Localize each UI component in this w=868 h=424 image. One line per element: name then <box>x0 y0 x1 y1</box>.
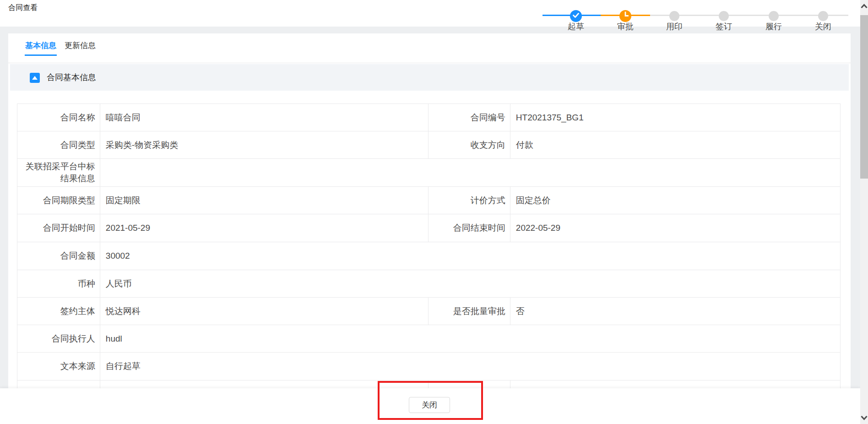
stepper-label-sign: 签订 <box>705 21 742 32</box>
table-row: 签约主体 悦达网科 是否批量审批 否 <box>17 298 840 325</box>
field-value: 采购类-物资采购类 <box>100 131 428 158</box>
page-title: 合同查看 <box>8 3 38 13</box>
tab-bar: 基本信息 更新信息 <box>8 33 851 63</box>
vertical-scrollbar[interactable] <box>860 0 868 424</box>
field-value: 人民币 <box>100 270 840 297</box>
field-label: 合同名称 <box>17 104 100 131</box>
field-value <box>100 381 428 388</box>
field-value: 30002 <box>100 242 840 270</box>
field-label: 收支方向 <box>428 131 510 158</box>
collapse-triangle-icon[interactable] <box>30 73 40 83</box>
field-value <box>100 159 840 186</box>
table-row: 合同类型 采购类-物资采购类 收支方向 付款 <box>17 131 840 159</box>
stepper-label-draft: 起草 <box>558 21 594 32</box>
field-value: 2021-05-29 <box>100 214 428 242</box>
field-value: 嘻嘻合同 <box>100 104 428 131</box>
section-header: 合同基本信息 <box>10 64 849 91</box>
tab-basic-info-label: 基本信息 <box>25 41 56 50</box>
field-label: 合同期限类型 <box>17 187 100 214</box>
contract-info-table: 合同名称 嘻嘻合同 合同编号 HT2021375_BG1 合同类型 采购类-物资… <box>17 103 841 388</box>
field-value: 固定期限 <box>100 187 428 214</box>
footer-bar: 关闭 <box>0 388 860 424</box>
field-label: 币种 <box>17 270 100 297</box>
field-label: 合同类型 <box>17 131 100 158</box>
stepper-step-seal <box>669 11 679 21</box>
field-label <box>17 381 100 388</box>
table-row: 合同执行人 hudl <box>17 325 840 353</box>
table-row: 币种 人民币 <box>17 270 840 298</box>
table-row: 文本来源 自行起草 <box>17 353 840 381</box>
field-label: 文本来源 <box>17 353 100 380</box>
field-value <box>510 381 840 388</box>
stepper-label-approval: 审批 <box>607 21 644 32</box>
field-value: 2022-05-29 <box>510 214 840 242</box>
field-label <box>428 381 510 388</box>
stepper-label-seal: 用印 <box>656 21 693 32</box>
active-tab-underline <box>25 54 57 56</box>
table-row: 关联招采平台中标结果信息 <box>17 159 840 187</box>
field-label: 合同金额 <box>17 242 100 270</box>
field-label: 合同开始时间 <box>17 214 100 242</box>
workflow-stepper: 起草 审批 用印 签订 履行 关闭 <box>540 0 856 33</box>
table-row: 合同金额 30002 <box>17 242 840 270</box>
field-value: 自行起草 <box>100 353 840 380</box>
table-row: 合同期限类型 固定期限 计价方式 固定总价 <box>17 187 840 214</box>
field-value: 固定总价 <box>510 187 840 214</box>
field-label: 计价方式 <box>428 187 510 214</box>
tab-update-info-label: 更新信息 <box>65 41 96 50</box>
contract-detail-card: 基本信息 更新信息 合同基本信息 合同名称 嘻嘻合同 合同编号 HT202137… <box>8 33 851 388</box>
stepper-step-perform <box>769 11 779 21</box>
field-label: 合同执行人 <box>17 325 100 352</box>
field-value: 否 <box>510 298 840 325</box>
stepper-label-perform: 履行 <box>755 21 792 32</box>
scroll-down-arrow-icon[interactable] <box>860 413 868 422</box>
field-value: hudl <box>100 325 840 352</box>
field-value: 付款 <box>510 131 840 158</box>
table-row: 合同开始时间 2021-05-29 合同结束时间 2022-05-29 <box>17 214 840 242</box>
close-button[interactable]: 关闭 <box>409 397 450 413</box>
stepper-step-close <box>818 11 828 21</box>
stepper-step-sign <box>719 11 729 21</box>
tab-basic-info[interactable]: 基本信息 <box>25 40 56 51</box>
table-row: 合同名称 嘻嘻合同 合同编号 HT2021375_BG1 <box>17 104 840 131</box>
section-title: 合同基本信息 <box>47 64 96 91</box>
field-value: HT2021375_BG1 <box>510 104 840 131</box>
field-label: 是否批量审批 <box>428 298 510 325</box>
scrollbar-thumb[interactable] <box>860 15 868 179</box>
field-label: 签约主体 <box>17 298 100 325</box>
stepper-label-close: 关闭 <box>805 21 841 32</box>
tab-update-info[interactable]: 更新信息 <box>65 40 96 51</box>
stepper-step-approval <box>619 10 631 22</box>
stepper-step-draft <box>570 10 582 22</box>
table-row <box>17 381 840 388</box>
field-label: 关联招采平台中标结果信息 <box>17 159 100 186</box>
field-label: 合同编号 <box>428 104 510 131</box>
scroll-up-arrow-icon[interactable] <box>860 2 868 11</box>
field-label: 合同结束时间 <box>428 214 510 242</box>
field-value: 悦达网科 <box>100 298 428 325</box>
